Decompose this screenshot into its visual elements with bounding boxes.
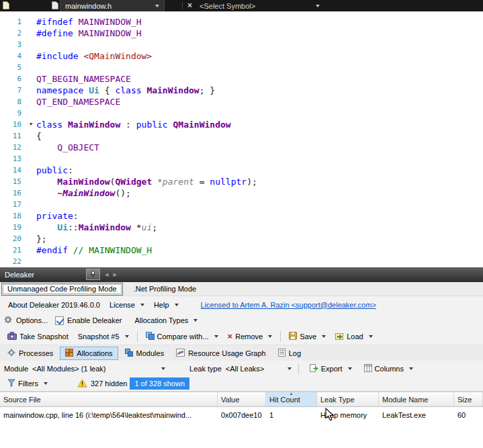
code-text [36, 39, 483, 50]
code-text: namespace Ui { class MainWindow; } [36, 85, 483, 96]
compare-with-dropdown[interactable]: Compare with... [142, 330, 222, 343]
line-number: 10 [0, 119, 26, 130]
code-line[interactable]: 14public: [0, 165, 483, 176]
file-icon[interactable] [3, 1, 9, 11]
code-text [36, 153, 483, 165]
column-header-size[interactable]: Size [454, 392, 483, 406]
code-text: QT_END_NAMESPACE [36, 96, 483, 107]
fold-margin [26, 16, 36, 28]
deleaker-panel-header[interactable]: Deleaker ◂ ▸ [0, 267, 483, 282]
code-text: Q_OBJECT [36, 142, 483, 153]
tab-mainwindow-h[interactable]: mainwindow.h [60, 0, 165, 11]
code-line[interactable]: 20}; [0, 233, 483, 244]
close-icon[interactable]: × [187, 0, 192, 11]
enable-deleaker-label: Enable Deleaker [67, 316, 122, 324]
tab-net-profiling-mode[interactable]: .Net Profiling Mode [128, 283, 202, 295]
column-header-hit-count[interactable]: Hit Count▲ [266, 392, 317, 406]
load-icon [335, 332, 344, 341]
remove-dropdown[interactable]: × Remove [224, 330, 277, 343]
tab-processes[interactable]: Processes [2, 347, 58, 360]
leak-type-label: Leak type [189, 365, 222, 373]
column-header-leak-type[interactable]: Leak Type [317, 392, 379, 406]
export-dropdown[interactable]: Export [306, 362, 356, 375]
code-line[interactable]: 17 [0, 199, 483, 210]
separator [137, 331, 138, 342]
code-text: }; [36, 233, 483, 244]
camera-icon [7, 332, 17, 341]
save-dropdown[interactable]: Save [285, 330, 330, 343]
snapshot-toolbar: Take Snapshot Snapshot #5 Compare with..… [0, 328, 483, 345]
code-line[interactable]: 6QT_BEGIN_NAMESPACE [0, 73, 483, 85]
code-line[interactable]: 22 [0, 256, 483, 267]
export-icon [310, 364, 318, 373]
deleaker-menu-bar: About Deleaker 2019.46.0.0 License Help … [0, 296, 483, 313]
menu-about[interactable]: About Deleaker 2019.46.0.0 [3, 300, 105, 310]
column-header-source-file[interactable]: Source File [0, 392, 218, 406]
fold-margin [26, 222, 36, 233]
code-line[interactable]: 18private: [0, 210, 483, 222]
leak-table-header: Source FileValueHit Count▲Leak TypeModul… [0, 392, 483, 407]
code-line[interactable]: 2#define MAINWINDOW_H [0, 28, 483, 39]
enable-deleaker-checkbox[interactable] [55, 316, 64, 325]
code-line[interactable]: 1#ifndef MAINWINDOW_H [0, 16, 483, 28]
take-snapshot-button[interactable]: Take Snapshot [3, 330, 73, 343]
tab-resource-usage-graph[interactable]: Resource Usage Graph [171, 347, 271, 360]
graph-icon [176, 349, 185, 358]
column-header-value[interactable]: Value [218, 392, 266, 406]
fold-margin [26, 233, 36, 244]
line-number: 14 [0, 165, 26, 176]
code-text [36, 256, 483, 267]
code-line[interactable]: 19 Ui::MainWindow *ui; [0, 222, 483, 233]
tab-allocations[interactable]: Allocations [60, 347, 118, 360]
code-line[interactable]: 5 [0, 62, 483, 73]
options-button[interactable]: Options... [15, 314, 52, 326]
code-line[interactable]: 4#include <QMainWindow> [0, 50, 483, 62]
fold-margin [26, 96, 36, 107]
code-line[interactable]: 13 [0, 153, 483, 165]
code-line[interactable]: 12 Q_OBJECT [0, 142, 483, 153]
tab-modules[interactable]: Modules [120, 347, 170, 360]
code-line[interactable]: 10▼class MainWindow : public QMainWindow [0, 119, 483, 130]
fold-margin [26, 39, 36, 50]
code-line[interactable]: 16 ~MainWindow(); [0, 187, 483, 199]
tab-log[interactable]: Log [273, 347, 306, 360]
symbol-selector-dropdown[interactable]: <Select Symbol> [200, 0, 320, 11]
license-link[interactable]: Licensed to Artem A. Razin <support@dele… [201, 301, 376, 309]
table-row[interactable]: mainwindow.cpp, line 16 (i:\temp\564\lea… [0, 407, 483, 422]
leak-type-dropdown[interactable]: <All Leaks> [226, 365, 292, 373]
code-line[interactable]: 15 MainWindow(QWidget *parent = nullptr)… [0, 176, 483, 187]
file-icon-2[interactable] [52, 1, 58, 11]
code-line[interactable]: 3 [0, 39, 483, 50]
pin-icon[interactable] [86, 269, 100, 280]
menu-help[interactable]: Help [149, 300, 183, 310]
tab-unmanaged-profiling-mode[interactable]: Unmanaged Code Profiling Mode [1, 283, 123, 296]
code-editor[interactable]: 1#ifndef MAINWINDOW_H2#define MAINWINDOW… [0, 11, 483, 267]
code-text: ~MainWindow(); [36, 187, 483, 199]
allocation-types-dropdown[interactable]: Allocation Types [130, 314, 202, 326]
code-line[interactable]: 9 [0, 107, 483, 119]
forward-icon[interactable]: ▸ [114, 269, 118, 280]
code-line[interactable]: 21#endif // MAINWINDOW_H [0, 244, 483, 256]
module-filter-dropdown[interactable]: <All Modules> (1 leak) [32, 365, 165, 373]
code-line[interactable]: 7namespace Ui { class MainWindow; } [0, 85, 483, 96]
code-text: Ui::MainWindow *ui; [36, 222, 483, 233]
code-line[interactable]: 11{ [0, 130, 483, 142]
code-text [36, 107, 483, 119]
line-number: 18 [0, 210, 26, 222]
code-line[interactable]: 8QT_END_NAMESPACE [0, 96, 483, 107]
fold-margin [26, 85, 36, 96]
fold-margin [26, 130, 36, 142]
fold-margin [26, 256, 36, 267]
line-number: 15 [0, 176, 26, 187]
filters-dropdown[interactable]: Filters [3, 377, 52, 390]
columns-dropdown[interactable]: Columns [360, 362, 417, 375]
menu-license[interactable]: License [105, 300, 149, 310]
back-icon[interactable]: ◂ [105, 269, 109, 280]
panel-toolbar: ◂ ▸ [86, 269, 117, 280]
fold-arrow-icon[interactable]: ▼ [26, 119, 36, 130]
snapshot-select-dropdown[interactable]: Snapshot #5 [74, 330, 133, 343]
options-toolbar: Options... Enable Deleaker Allocation Ty… [0, 313, 483, 328]
column-header-module-name[interactable]: Module Name [379, 392, 454, 406]
load-dropdown[interactable]: Load [331, 330, 376, 343]
fold-margin [26, 142, 36, 153]
